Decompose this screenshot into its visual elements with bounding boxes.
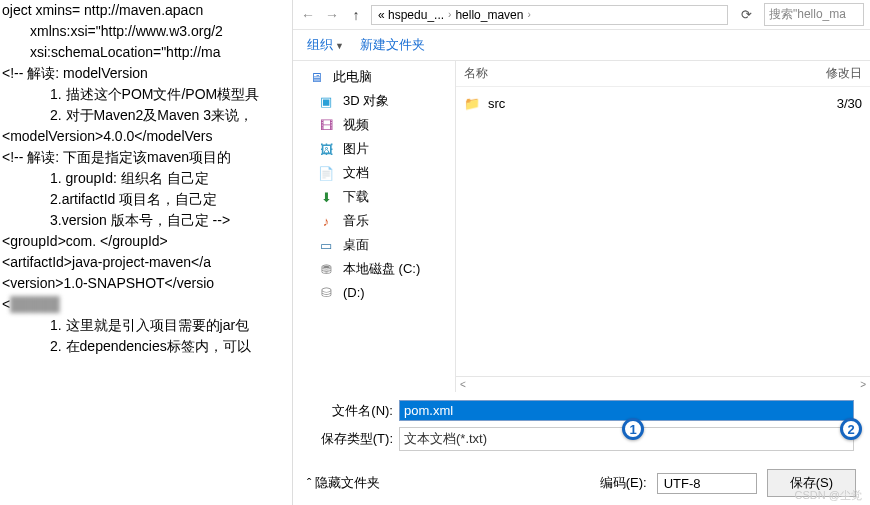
- code-line: 1. groupId: 组织名 自己定: [2, 168, 290, 189]
- code-line: 2. 对于Maven2及Maven 3来说，: [2, 105, 290, 126]
- file-date: 3/30: [802, 96, 862, 111]
- sidebar-item-downloads[interactable]: ⬇下载: [293, 185, 455, 209]
- music-icon: ♪: [317, 213, 335, 229]
- sidebar-item-3d[interactable]: ▣3D 对象: [293, 89, 455, 113]
- encoding-select[interactable]: UTF-8: [657, 473, 757, 494]
- disk-icon: ⛃: [317, 261, 335, 277]
- code-line: oject xmins= nttp://maven.apacn: [2, 0, 290, 21]
- save-dialog: ← → ↑ « hspedu_... › hello_maven › ⟳ 搜索"…: [292, 0, 870, 505]
- desktop-icon: ▭: [317, 237, 335, 253]
- code-line: xsi:schemaLocation="http://ma: [2, 42, 290, 63]
- back-arrow-icon[interactable]: ←: [299, 6, 317, 24]
- download-icon: ⬇: [317, 189, 335, 205]
- forward-arrow-icon[interactable]: →: [323, 6, 341, 24]
- sidebar-item-videos[interactable]: 🎞视频: [293, 113, 455, 137]
- hide-folders-toggle[interactable]: ˆ 隐藏文件夹: [307, 474, 380, 492]
- sidebar-item-disk-d[interactable]: ⛁(D:): [293, 281, 455, 303]
- file-name: src: [488, 96, 802, 111]
- breadcrumb-part[interactable]: hello_maven: [455, 8, 523, 22]
- code-line: 1. 描述这个POM文件/POM模型具: [2, 84, 290, 105]
- code-line: xmlns:xsi="http://www.w3.org/2: [2, 21, 290, 42]
- sidebar-item-this-pc[interactable]: 🖥此电脑: [293, 65, 455, 89]
- annotation-marker-2: 2: [840, 418, 862, 440]
- scroll-left-icon[interactable]: <: [460, 379, 466, 390]
- chevron-up-icon: ˆ: [307, 476, 311, 491]
- disk-icon: ⛁: [317, 284, 335, 300]
- breadcrumb-part[interactable]: « hspedu_...: [378, 8, 444, 22]
- refresh-icon[interactable]: ⟳: [734, 7, 758, 22]
- code-line: <modelVersion>4.0.0</modelVers: [2, 126, 290, 147]
- filetype-label: 保存类型(T):: [309, 430, 399, 448]
- encoding-label: 编码(E):: [600, 474, 647, 492]
- search-input[interactable]: 搜索"hello_ma: [764, 3, 864, 26]
- code-line: <█████: [2, 294, 290, 315]
- scroll-right-icon[interactable]: >: [860, 379, 866, 390]
- code-line: <!-- 解读: modelVersion: [2, 63, 290, 84]
- code-line: 2.artifactId 项目名，自己定: [2, 189, 290, 210]
- code-line: <version>1.0-SNAPSHOT</versio: [2, 273, 290, 294]
- horizontal-scrollbar[interactable]: < >: [456, 376, 870, 392]
- cube-icon: ▣: [317, 93, 335, 109]
- up-arrow-icon[interactable]: ↑: [347, 6, 365, 24]
- column-name[interactable]: 名称: [464, 65, 802, 82]
- code-editor: oject xmins= nttp://maven.apacn xmlns:xs…: [0, 0, 292, 505]
- sidebar-item-music[interactable]: ♪音乐: [293, 209, 455, 233]
- chevron-right-icon: ›: [448, 9, 451, 20]
- file-list-header: 名称 修改日: [456, 61, 870, 87]
- folder-icon: 📁: [464, 95, 482, 111]
- code-line: <!-- 解读: 下面是指定该maven项目的: [2, 147, 290, 168]
- annotation-marker-1: 1: [622, 418, 644, 440]
- organize-button[interactable]: 组织▼: [307, 36, 344, 54]
- breadcrumb[interactable]: « hspedu_... › hello_maven ›: [371, 5, 728, 25]
- watermark: CSDN @尘觉: [795, 488, 862, 503]
- sidebar-item-pictures[interactable]: 🖼图片: [293, 137, 455, 161]
- code-line: 1. 这里就是引入项目需要的jar包: [2, 315, 290, 336]
- picture-icon: 🖼: [317, 141, 335, 157]
- computer-icon: 🖥: [307, 69, 325, 85]
- folder-sidebar: 🖥此电脑 ▣3D 对象 🎞视频 🖼图片 📄文档 ⬇下载 ♪音乐 ▭桌面 ⛃本地磁…: [293, 61, 455, 392]
- sidebar-item-documents[interactable]: 📄文档: [293, 161, 455, 185]
- file-row[interactable]: 📁 src 3/30: [464, 93, 862, 113]
- film-icon: 🎞: [317, 117, 335, 133]
- document-icon: 📄: [317, 165, 335, 181]
- file-list-area: 名称 修改日 📁 src 3/30 < >: [455, 61, 870, 392]
- dialog-bottom-bar: ˆ 隐藏文件夹 编码(E): UTF-8 保存(S): [293, 461, 870, 505]
- code-line: <artifactId>java-project-maven</a: [2, 252, 290, 273]
- save-form: 文件名(N): pom.xml 保存类型(T): 文本文档(*.txt): [293, 392, 870, 461]
- code-line: 2. 在dependencies标签内，可以: [2, 336, 290, 357]
- filename-input[interactable]: pom.xml: [399, 400, 854, 421]
- sidebar-item-desktop[interactable]: ▭桌面: [293, 233, 455, 257]
- code-line: 3.version 版本号，自己定 -->: [2, 210, 290, 231]
- sidebar-item-disk-c[interactable]: ⛃本地磁盘 (C:): [293, 257, 455, 281]
- code-line: <groupId>com. </groupId>: [2, 231, 290, 252]
- chevron-right-icon: ›: [527, 9, 530, 20]
- filename-label: 文件名(N):: [309, 402, 399, 420]
- dialog-toolbar: 组织▼ 新建文件夹: [293, 30, 870, 61]
- column-date[interactable]: 修改日: [802, 65, 862, 82]
- new-folder-button[interactable]: 新建文件夹: [360, 36, 425, 54]
- dialog-nav-bar: ← → ↑ « hspedu_... › hello_maven › ⟳ 搜索"…: [293, 0, 870, 30]
